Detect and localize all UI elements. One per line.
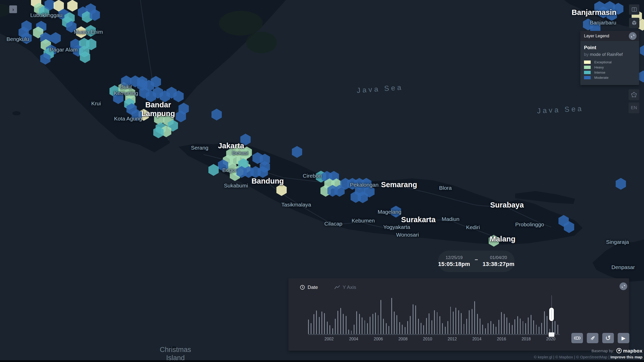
histogram-bar xyxy=(348,330,349,334)
map-label-bandar-lampung: Bandar Lampung xyxy=(141,100,175,118)
map-label-christmas-island: Christmas Island xyxy=(160,346,191,362)
reset-button[interactable]: ↺ xyxy=(602,333,614,343)
histogram-bar xyxy=(308,320,309,334)
time-axis-marker[interactable] xyxy=(549,332,554,337)
range-dash: – xyxy=(475,256,478,263)
play-icon: ▶ xyxy=(622,335,625,341)
histogram-bar xyxy=(410,316,411,334)
map-label-denpasar: Denpasar xyxy=(611,264,635,271)
map-label-tasikmalaya: Tasikmalaya xyxy=(281,202,311,208)
histogram-bar xyxy=(378,315,379,334)
animation-window-button[interactable] xyxy=(571,333,583,343)
play-button[interactable]: ▶ xyxy=(618,333,629,343)
histogram-bar xyxy=(541,323,542,334)
histogram-bar xyxy=(407,321,408,334)
time-slider-handle[interactable] xyxy=(549,308,554,321)
histogram-bar xyxy=(455,308,456,334)
histogram-bar xyxy=(533,320,534,334)
histogram-bar xyxy=(429,313,429,334)
histogram-bar xyxy=(557,325,558,334)
histogram-bar xyxy=(423,325,424,334)
map-label-singaraja: Singaraja xyxy=(606,239,629,245)
histogram-bar xyxy=(319,317,320,334)
locale-label: EN xyxy=(631,105,637,110)
map-label-probolinggo: Probolinggo xyxy=(515,221,544,228)
histogram-bar xyxy=(469,310,470,334)
histogram-bar xyxy=(418,319,419,334)
tab-date[interactable]: Date xyxy=(300,285,318,290)
histogram-bar xyxy=(354,325,354,334)
histogram-bar xyxy=(359,314,360,334)
map-label-bengkulu: Bengkulu xyxy=(6,36,29,42)
split-map-button[interactable] xyxy=(629,4,639,15)
rocket-icon xyxy=(590,335,596,341)
histogram-bar xyxy=(431,320,432,334)
histogram-bar xyxy=(490,321,491,334)
polygon-icon xyxy=(631,91,637,98)
chevron-right-icon: › xyxy=(12,6,14,12)
histogram-bar xyxy=(399,322,400,334)
time-histogram xyxy=(308,297,560,334)
year-tick-2008: 2008 xyxy=(398,337,408,341)
histogram-bar xyxy=(525,323,526,334)
histogram-bar xyxy=(388,326,389,334)
mapbox-wordmark: mapbox xyxy=(623,347,642,355)
bottom-strip xyxy=(0,360,644,362)
start-time: 15:05:18pm xyxy=(438,261,470,268)
map-label-banjarmasin: Banjarmasin xyxy=(572,8,616,17)
time-filter-widget: Date Y Axis 2002200420062008201020122014… xyxy=(289,278,629,351)
histogram-bar xyxy=(520,318,521,334)
legend-by-field: by mode of RainRef xyxy=(584,52,635,57)
reset-icon: ↺ xyxy=(605,335,611,341)
histogram-bar xyxy=(458,310,459,334)
histogram-bar xyxy=(413,304,413,334)
legend-label: Heavy xyxy=(594,65,604,69)
histogram-bar xyxy=(466,319,467,334)
map-canvas[interactable]: LubuklinggauMuara EnimBengkuluPagar Alam… xyxy=(0,0,644,362)
histogram-bar xyxy=(439,316,440,334)
histogram-bar xyxy=(509,323,510,334)
legend-swatch xyxy=(584,76,591,79)
map-label-pekalongan: Pekalongan xyxy=(350,182,379,188)
map-label-surakarta: Surakarta xyxy=(401,215,436,224)
histogram-bar xyxy=(482,325,483,334)
time-widget-expand-button[interactable] xyxy=(620,282,627,290)
map-label-semarang: Semarang xyxy=(381,180,417,189)
draw-polygon-button[interactable] xyxy=(629,89,639,100)
legend-collapse-button[interactable] xyxy=(629,32,637,40)
histogram-bar xyxy=(547,316,547,334)
map-label-lubuklinggau: Lubuklinggau xyxy=(30,12,63,19)
legend-label: Intense xyxy=(594,71,605,74)
map-label-sukabumi: Sukabumi xyxy=(224,183,248,189)
line-chart-icon xyxy=(334,285,340,289)
histogram-bar xyxy=(517,316,518,334)
legend-label: Moderate xyxy=(594,76,608,80)
locale-button[interactable]: EN xyxy=(629,102,639,113)
histogram-bar xyxy=(386,323,387,334)
histogram-bar xyxy=(514,319,515,334)
year-tick-2016: 2016 xyxy=(497,337,506,341)
speed-button[interactable] xyxy=(587,333,598,343)
end-date: 01/04/20 xyxy=(482,255,514,260)
year-tick-2020: 2020 xyxy=(546,337,555,341)
handle-guide-line xyxy=(552,295,552,308)
sidebar-expand-button[interactable]: › xyxy=(9,5,17,13)
map-label-kota-agung: Kota Agung xyxy=(114,116,142,122)
histogram-bar xyxy=(316,311,317,334)
mapbox-logo[interactable]: mapbox xyxy=(616,347,642,355)
histogram-bar xyxy=(485,328,486,334)
end-time: 13:38:27pm xyxy=(482,261,514,268)
histogram-bar xyxy=(426,318,427,334)
legend-swatch xyxy=(584,61,591,64)
time-range-display[interactable]: 12/25/19 15:05:18pm – 01/04/20 13:38:27p… xyxy=(438,251,515,272)
histogram-bar xyxy=(501,312,502,334)
improve-map-link[interactable]: Improve this map xyxy=(611,355,642,359)
view-3d-button[interactable] xyxy=(629,18,639,28)
histogram-bar xyxy=(496,327,496,334)
timeline-track[interactable] xyxy=(308,334,560,335)
map-label-pagar-alam: Pagar Alam xyxy=(50,47,78,53)
attribution-links[interactable]: © kepler.gl | © Mapbox | © OpenStreetMap… xyxy=(534,355,610,359)
year-tick-2010: 2010 xyxy=(423,337,432,341)
clock-icon xyxy=(300,285,305,290)
tab-y-axis[interactable]: Y Axis xyxy=(334,285,356,290)
